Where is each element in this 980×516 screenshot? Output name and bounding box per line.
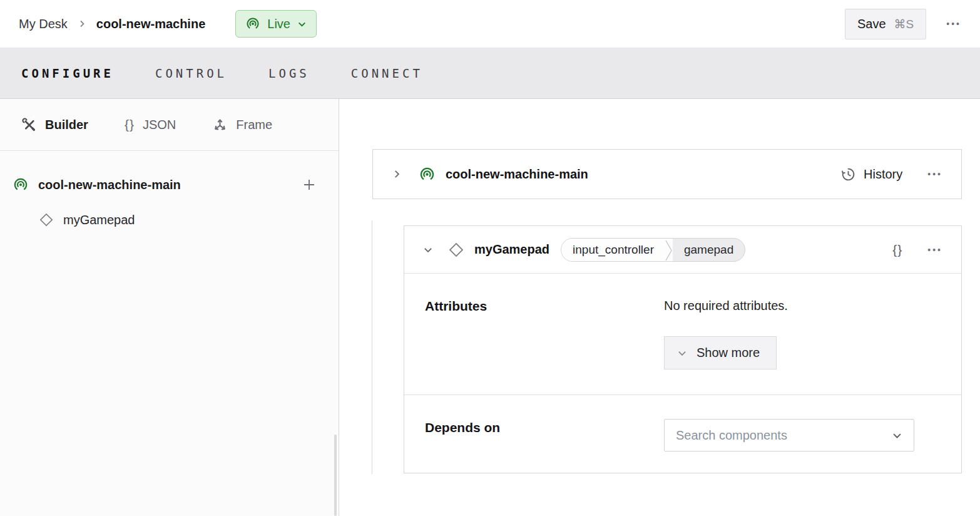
part-card-title: cool-new-machine-main <box>446 167 588 182</box>
machine-tab-bar: CONFIGURE CONTROL LOGS CONNECT <box>0 48 980 99</box>
show-more-label: Show more <box>697 346 760 360</box>
save-button[interactable]: Save ⌘S <box>845 9 926 39</box>
machine-status-dropdown[interactable]: Live <box>235 10 317 38</box>
chevron-down-icon <box>892 430 902 441</box>
mode-frame-label: Frame <box>236 118 272 132</box>
history-button[interactable]: History <box>840 167 902 182</box>
mode-json[interactable]: {} JSON <box>125 117 176 132</box>
mode-json-label: JSON <box>143 118 176 132</box>
machine-part-card: cool-new-machine-main History ••• <box>372 149 962 199</box>
breadcrumb-chevron-icon <box>78 19 86 28</box>
live-broadcast-icon <box>245 16 260 31</box>
configure-sidebar: Builder {} JSON Frame <box>0 99 339 516</box>
mode-frame[interactable]: Frame <box>212 117 272 133</box>
braces-icon: {} <box>125 117 135 132</box>
tree-connector-line <box>372 220 372 474</box>
tab-control[interactable]: CONTROL <box>155 66 227 80</box>
machine-part-icon <box>13 177 29 193</box>
component-card: myGamepad input_controller gamepad {} ••… <box>404 225 962 473</box>
component-diamond-icon <box>39 212 54 227</box>
machine-tree: cool-new-machine-main myGamepad <box>0 151 339 234</box>
tree-item-component[interactable]: myGamepad <box>0 206 339 234</box>
frame-axes-icon <box>212 117 228 133</box>
component-type: input_controller <box>561 239 665 261</box>
breadcrumb-current: cool-new-machine <box>96 17 205 31</box>
add-component-button[interactable] <box>302 178 316 192</box>
tools-icon <box>21 117 37 133</box>
breadcrumb-parent-link[interactable]: My Desk <box>19 17 68 31</box>
top-bar: My Desk cool-new-machine Live Save ⌘S ••… <box>0 0 980 48</box>
history-icon <box>840 167 856 182</box>
chevron-down-icon <box>297 19 307 29</box>
badge-chevron-divider <box>665 239 673 261</box>
configure-main-panel: cool-new-machine-main History ••• <box>339 99 980 516</box>
chevron-right-icon[interactable] <box>392 169 402 179</box>
sidebar-scrollbar[interactable] <box>334 435 337 516</box>
tab-logs[interactable]: LOGS <box>268 66 310 80</box>
tree-item-label: cool-new-machine-main <box>38 178 181 192</box>
mode-builder-label: Builder <box>45 118 88 132</box>
machine-status-label: Live <box>267 17 290 31</box>
component-model: gamepad <box>673 239 745 261</box>
component-diamond-icon <box>448 242 464 258</box>
depends-on-select[interactable] <box>664 419 914 452</box>
tab-connect[interactable]: CONNECT <box>351 66 423 80</box>
tree-item-machine-part[interactable]: cool-new-machine-main <box>0 170 339 200</box>
machine-part-icon <box>419 166 436 183</box>
topbar-overflow-menu[interactable]: ••• <box>946 19 961 28</box>
edit-json-icon[interactable]: {} <box>892 242 902 257</box>
save-button-label: Save <box>857 17 886 31</box>
view-mode-switch: Builder {} JSON Frame <box>0 99 339 151</box>
show-more-button[interactable]: Show more <box>664 336 777 369</box>
depends-on-label: Depends on <box>404 395 664 473</box>
component-card-overflow-menu[interactable]: ••• <box>927 245 942 254</box>
tree-item-label: myGamepad <box>63 213 135 227</box>
component-card-title: myGamepad <box>474 242 549 257</box>
chevron-down-icon <box>677 348 687 358</box>
attributes-section: Attributes No required attributes. Show … <box>404 274 961 395</box>
history-button-label: History <box>864 167 902 182</box>
depends-on-search-input[interactable] <box>676 428 892 443</box>
chevron-down-icon[interactable] <box>423 245 433 255</box>
part-card-overflow-menu[interactable]: ••• <box>927 170 942 178</box>
tab-configure[interactable]: CONFIGURE <box>21 66 114 80</box>
depends-on-section: Depends on <box>404 395 961 473</box>
save-shortcut-hint: ⌘S <box>894 17 914 31</box>
mode-builder[interactable]: Builder <box>21 117 88 133</box>
attributes-label: Attributes <box>404 274 664 395</box>
attributes-empty-text: No required attributes. <box>664 299 961 313</box>
component-type-badge: input_controller gamepad <box>561 238 745 262</box>
breadcrumb: My Desk cool-new-machine <box>19 17 205 31</box>
